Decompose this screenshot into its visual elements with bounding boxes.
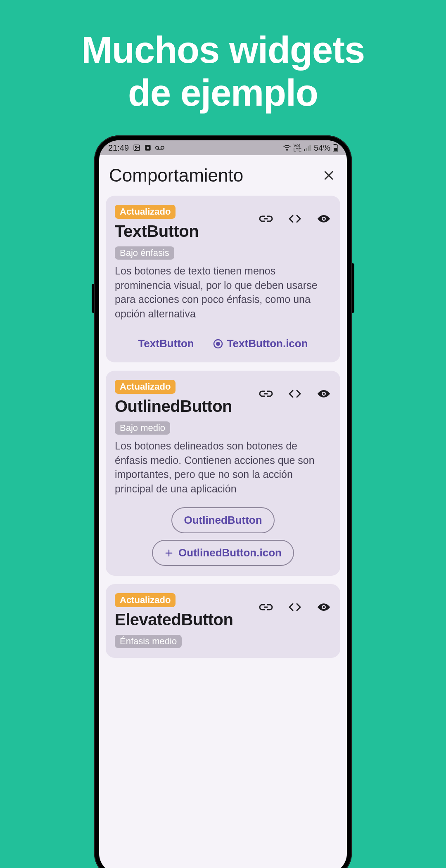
record-icon (213, 339, 223, 349)
svg-point-20 (216, 342, 220, 346)
svg-point-5 (161, 146, 164, 149)
hero-line1: Muchos widgets (81, 29, 365, 71)
preview-button[interactable] (316, 386, 331, 401)
demo-row: TextButton TextButton.icon (115, 335, 331, 352)
widget-title: ElevatedButton (115, 610, 259, 629)
svg-point-3 (147, 147, 149, 149)
statusbar-battery: 54% (314, 143, 330, 153)
demo-textbutton[interactable]: TextButton (135, 335, 197, 352)
emphasis-chip: Bajo énfasis (115, 246, 174, 260)
updated-badge: Actualizado (115, 380, 176, 394)
widget-card-textbutton: Actualizado TextButton (106, 196, 340, 362)
phone-screen: 21:49 Vo)LTE 54% (99, 140, 347, 868)
content-area: Actualizado TextButton (99, 196, 347, 658)
app-header: Comportamiento (99, 155, 347, 196)
demo-textbutton-icon-label: TextButton.icon (227, 337, 308, 350)
statusbar-right: Vo)LTE 54% (283, 143, 338, 153)
demo-stack: OutlinedButton OutlinedButton.icon (115, 507, 331, 566)
widget-description: Los botones delineados son botones de én… (115, 439, 331, 496)
signal-icon (304, 144, 311, 151)
phone-frame: 21:49 Vo)LTE 54% (94, 135, 352, 868)
updated-badge: Actualizado (115, 205, 176, 219)
emphasis-chip: Bajo medio (115, 421, 170, 435)
hero-title: Muchos widgets de ejemplo (0, 0, 446, 114)
lte-label: Vo)LTE (294, 143, 301, 152)
demo-outlinedbutton-icon[interactable]: OutlinedButton.icon (152, 540, 294, 566)
svg-point-22 (323, 393, 325, 395)
preview-button[interactable] (316, 600, 331, 615)
page-title: Comportamiento (109, 165, 243, 186)
svg-rect-8 (304, 149, 305, 151)
demo-outlinedbutton[interactable]: OutlinedButton (171, 507, 274, 533)
svg-point-4 (156, 146, 159, 149)
plus-icon (164, 549, 173, 558)
svg-rect-9 (306, 148, 307, 151)
card-actions (259, 205, 331, 226)
code-button[interactable] (287, 600, 302, 615)
demo-outlinedbutton-icon-label: OutlinedButton.icon (178, 546, 282, 559)
svg-point-1 (135, 146, 136, 147)
link-button[interactable] (259, 386, 273, 401)
battery-icon (333, 144, 338, 151)
hero-line2: de ejemplo (128, 72, 318, 114)
close-button[interactable] (320, 167, 337, 184)
card-actions (259, 380, 331, 401)
svg-rect-11 (309, 145, 311, 151)
emphasis-chip: Énfasis medio (115, 635, 182, 648)
link-button[interactable] (259, 600, 273, 615)
svg-rect-14 (334, 148, 337, 151)
svg-point-18 (323, 218, 325, 220)
code-button[interactable] (287, 386, 302, 401)
wifi-icon (283, 144, 291, 151)
status-bar: 21:49 Vo)LTE 54% (99, 140, 347, 155)
widget-card-elevatedbutton: Actualizado ElevatedButton (106, 584, 340, 658)
code-button[interactable] (287, 211, 302, 226)
svg-rect-10 (308, 146, 309, 151)
widget-title: OutlinedButton (115, 397, 259, 416)
statusbar-left: 21:49 (108, 143, 164, 153)
widget-title: TextButton (115, 222, 259, 241)
widget-card-outlinedbutton: Actualizado OutlinedButton (106, 371, 340, 576)
svg-point-7 (286, 149, 287, 151)
preview-button[interactable] (316, 211, 331, 226)
svg-point-26 (323, 606, 325, 608)
card-actions (259, 593, 331, 615)
square-dot-icon (145, 144, 151, 151)
statusbar-time: 21:49 (108, 143, 129, 153)
demo-textbutton-icon[interactable]: TextButton.icon (210, 335, 311, 352)
widget-description: Los botones de texto tienen menos promin… (115, 264, 331, 321)
updated-badge: Actualizado (115, 593, 176, 607)
image-icon (133, 144, 140, 151)
voicemail-icon (155, 145, 164, 151)
link-button[interactable] (259, 211, 273, 226)
